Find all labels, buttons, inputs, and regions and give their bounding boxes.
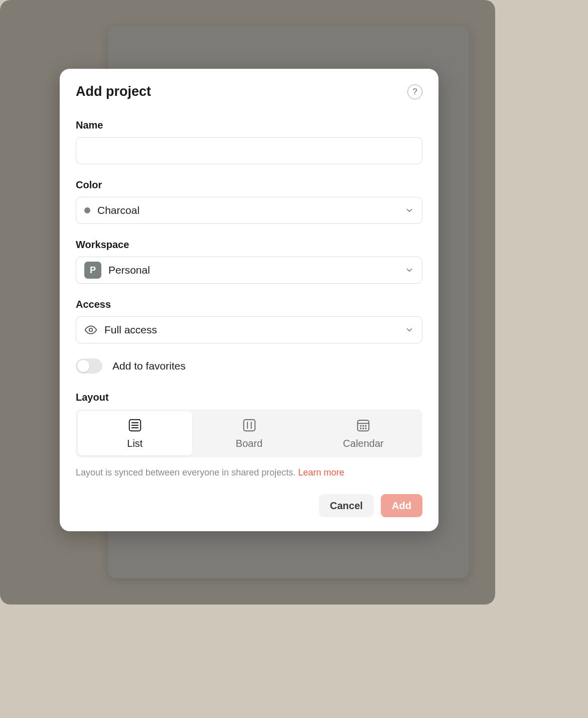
chevron-down-icon <box>405 325 414 334</box>
add-project-modal: Add project ? Name Color Charcoal Worksp… <box>60 69 438 531</box>
color-selected-value: Charcoal <box>97 204 398 216</box>
layout-label: Layout <box>76 392 422 403</box>
name-label: Name <box>76 119 422 131</box>
list-icon <box>127 418 142 433</box>
workspace-label: Workspace <box>76 239 422 251</box>
color-select[interactable]: Charcoal <box>76 197 422 224</box>
access-select[interactable]: Full access <box>76 316 422 343</box>
toggle-knob <box>77 360 89 372</box>
name-field: Name <box>76 119 422 164</box>
layout-option-list[interactable]: List <box>78 411 192 455</box>
color-swatch-icon <box>84 207 90 213</box>
layout-option-label: Board <box>236 438 262 449</box>
question-icon: ? <box>412 87 417 97</box>
modal-header: Add project ? <box>76 84 422 99</box>
layout-hint: Layout is synced between everyone in sha… <box>76 467 422 478</box>
svg-point-12 <box>365 425 366 426</box>
svg-point-10 <box>360 425 361 426</box>
layout-option-label: List <box>127 438 142 449</box>
svg-point-14 <box>363 428 364 429</box>
workspace-field: Workspace P Personal <box>76 239 422 284</box>
workspace-badge-icon: P <box>84 262 101 279</box>
learn-more-link[interactable]: Learn more <box>298 467 344 477</box>
layout-option-label: Calendar <box>343 438 384 449</box>
modal-title: Add project <box>76 84 151 99</box>
color-label: Color <box>76 179 422 191</box>
layout-option-board[interactable]: Board <box>192 411 307 455</box>
name-input[interactable] <box>76 137 422 164</box>
color-field: Color Charcoal <box>76 179 422 224</box>
board-icon <box>242 418 257 433</box>
svg-point-15 <box>365 428 366 429</box>
svg-point-11 <box>363 425 364 426</box>
chevron-down-icon <box>405 266 414 275</box>
access-label: Access <box>76 299 422 310</box>
eye-icon <box>84 323 97 336</box>
workspace-select[interactable]: P Personal <box>76 257 422 284</box>
layout-hint-text: Layout is synced between everyone in sha… <box>76 467 298 477</box>
layout-field: Layout List Board Calendar <box>76 392 422 457</box>
help-button[interactable]: ? <box>407 84 422 99</box>
chevron-down-icon <box>405 206 414 215</box>
access-field: Access Full access <box>76 299 422 343</box>
cancel-button[interactable]: Cancel <box>319 494 374 517</box>
modal-footer: Cancel Add <box>76 494 422 517</box>
favorites-row: Add to favorites <box>76 358 422 374</box>
svg-rect-5 <box>243 419 255 431</box>
calendar-icon <box>356 418 371 433</box>
workspace-selected-value: Personal <box>108 264 398 276</box>
svg-point-0 <box>89 328 93 332</box>
add-button[interactable]: Add <box>381 494 422 517</box>
favorites-toggle[interactable] <box>76 358 102 374</box>
favorites-label: Add to favorites <box>112 360 186 372</box>
layout-option-calendar[interactable]: Calendar <box>306 411 420 455</box>
layout-chooser: List Board Calendar <box>76 409 422 457</box>
access-selected-value: Full access <box>104 324 398 336</box>
svg-point-13 <box>360 428 361 429</box>
